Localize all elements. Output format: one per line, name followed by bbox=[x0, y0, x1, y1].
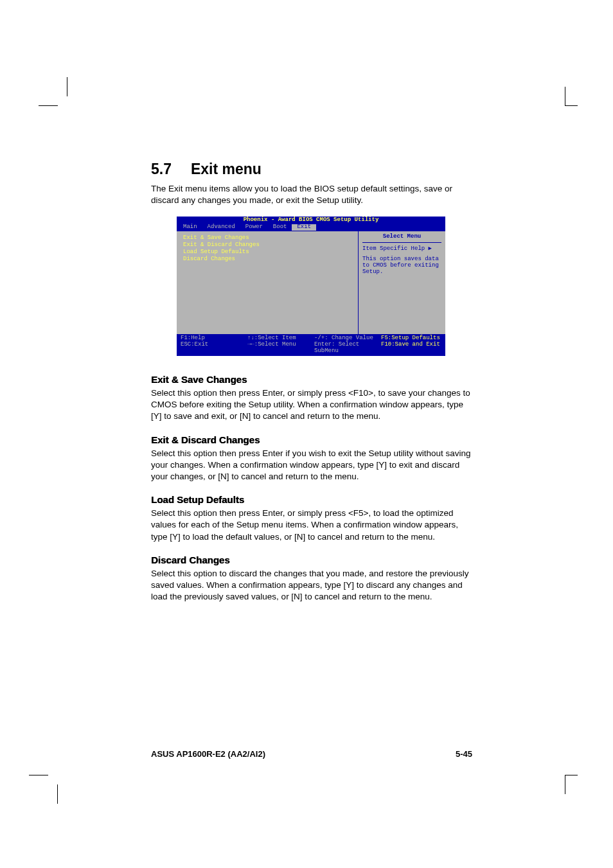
page-footer: ASUS AP1600R-E2 (AA2/AI2) 5-45 bbox=[151, 749, 472, 759]
paragraph-discard-changes: Select this option to discard the change… bbox=[151, 568, 472, 603]
bios-menu-item: Load Setup Defaults bbox=[183, 249, 351, 256]
bios-tab-boot: Boot bbox=[268, 224, 292, 231]
paragraph-exit-save: Select this option then press Enter, or … bbox=[151, 387, 472, 423]
bios-tab-advanced: Advanced bbox=[202, 224, 240, 231]
crop-mark bbox=[48, 87, 67, 106]
bios-right-panel: Select Menu Item Specific Help ▶ This op… bbox=[359, 231, 445, 334]
subheading-exit-discard: Exit & Discard Changes bbox=[151, 434, 472, 445]
bios-right-sub: Item Specific Help ▶ bbox=[362, 246, 441, 252]
subheading-discard-changes: Discard Changes bbox=[151, 554, 472, 565]
intro-paragraph: The Exit menu items allow you to load th… bbox=[151, 183, 472, 206]
bios-setup-screenshot: Phoenix - Award BIOS CMOS Setup Utility … bbox=[177, 217, 445, 355]
bios-footer: F1:Help ESC:Exit ↑↓:Select Item →←:Selec… bbox=[177, 334, 445, 356]
section-title: 5.7Exit menu bbox=[151, 161, 472, 178]
bios-key-esc: ESC:Exit bbox=[181, 342, 241, 348]
paragraph-exit-discard: Select this option then press Enter if y… bbox=[151, 448, 472, 483]
bios-body: Exit & Save Changes Exit & Discard Chang… bbox=[177, 231, 445, 334]
bios-menu-item: Discard Changes bbox=[183, 256, 351, 263]
crop-mark bbox=[565, 775, 578, 794]
subheading-load-defaults: Load Setup Defaults bbox=[151, 494, 472, 505]
bios-tabs: Main Advanced Power Boot Exit bbox=[177, 224, 445, 231]
paragraph-load-defaults: Select this option then press Enter, or … bbox=[151, 508, 472, 543]
crop-mark bbox=[565, 87, 578, 106]
bios-key-f10: F10:Save and Exit bbox=[381, 342, 441, 348]
bios-help-text: This option saves data to CMOS before ex… bbox=[362, 256, 441, 276]
bios-footer-col: F5:Setup Defaults F10:Save and Exit bbox=[381, 335, 441, 355]
bios-tab-exit: Exit bbox=[292, 224, 316, 231]
page-content: 5.7Exit menu The Exit menu items allow y… bbox=[151, 161, 472, 615]
crop-mark bbox=[39, 775, 58, 794]
bios-footer-col: -/+: Change Value Enter: Select SubMenu bbox=[314, 335, 375, 355]
bios-key-enter: Enter: Select SubMenu bbox=[314, 342, 375, 355]
subheading-exit-save: Exit & Save Changes bbox=[151, 374, 472, 385]
bios-tab-power: Power bbox=[240, 224, 268, 231]
bios-right-title: Select Menu bbox=[362, 234, 441, 243]
bios-left-panel: Exit & Save Changes Exit & Discard Chang… bbox=[177, 231, 359, 334]
bios-footer-col: ↑↓:Select Item →←:Select Menu bbox=[247, 335, 308, 355]
bios-menu-item: Exit & Save Changes bbox=[183, 235, 351, 242]
section-title-text: Exit menu bbox=[191, 161, 262, 177]
bios-footer-col: F1:Help ESC:Exit bbox=[181, 335, 241, 355]
footer-page-number: 5-45 bbox=[456, 749, 472, 759]
bios-key-leftright: →←:Select Menu bbox=[247, 342, 308, 348]
footer-product: ASUS AP1600R-E2 (AA2/AI2) bbox=[151, 749, 265, 759]
bios-menu-item: Exit & Discard Changes bbox=[183, 242, 351, 249]
bios-tab-main: Main bbox=[178, 224, 202, 231]
section-number: 5.7 bbox=[151, 161, 172, 177]
